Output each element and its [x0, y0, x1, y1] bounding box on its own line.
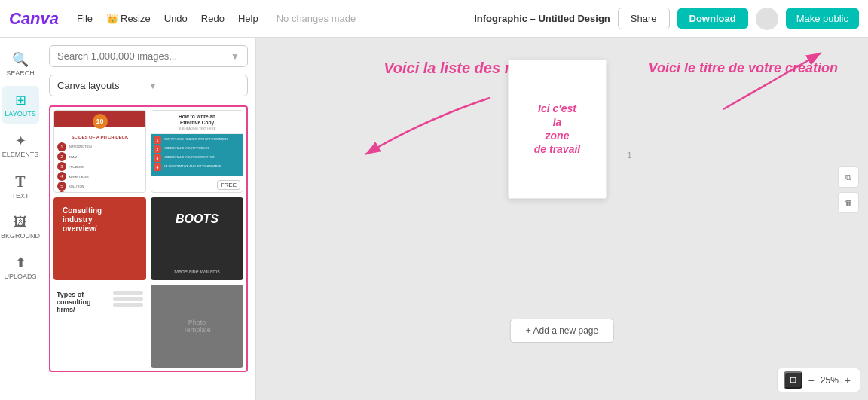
monitor-button[interactable]: ⊞ — [784, 371, 802, 389]
left-panel: ▼ Canva layouts ▼ 10 SLIDES OF A PITCH D… — [41, 38, 256, 400]
dropdown-chevron-icon: ▼ — [148, 81, 240, 91]
canvas-area: Voici la liste des modèles Ici c'est la … — [256, 38, 868, 400]
sidebar-item-background[interactable]: 🖼 BKGROUND — [2, 209, 39, 246]
sidebar-item-elements[interactable]: ✦ ELEMENTS — [2, 127, 39, 164]
sidebar-item-search[interactable]: 🔍 SEARCH — [2, 45, 39, 83]
nav-menu: File 👑 Resize Undo Redo Help — [77, 13, 258, 24]
canva-logo[interactable]: Canva — [9, 9, 59, 29]
search-bar[interactable]: ▼ — [49, 45, 248, 67]
menu-undo[interactable]: Undo — [164, 13, 188, 24]
consulting-title: Consultingindustryoverview/ — [60, 203, 140, 237]
sidebar-label-text: TEXT — [11, 192, 29, 200]
main-area: 🔍 SEARCH ⊞ LAYOUTS ✦ ELEMENTS T TEXT 🖼 B… — [0, 38, 868, 400]
menu-file[interactable]: File — [77, 13, 93, 24]
template-card-3[interactable]: Consultingindustryoverview/ — [53, 197, 146, 280]
template-card-5[interactable]: Types ofconsultingfirms/ — [53, 285, 146, 368]
sidebar-item-uploads[interactable]: ⬆ UPLOADS — [2, 249, 39, 286]
zoom-bar: ⊞ − 25% + — [777, 368, 860, 392]
template-card-6[interactable]: PhotoTemplate — [151, 285, 243, 368]
menu-resize[interactable]: 👑 Resize — [106, 13, 151, 24]
text-icon: T — [15, 173, 25, 191]
crown-icon: 👑 — [106, 13, 118, 24]
canvas-page-wrapper: Ici c'est la zone de travail 1 — [509, 142, 607, 281]
template-card-1[interactable]: 10 SLIDES OF A PITCH DECK 1INTRODUCTION … — [53, 110, 146, 193]
zoom-in-button[interactable]: + — [842, 374, 854, 386]
top-navigation: Canva File 👑 Resize Undo Redo Help No ch… — [0, 0, 868, 38]
download-button[interactable]: Download — [677, 8, 748, 29]
uploads-icon: ⬆ — [15, 255, 26, 271]
sidebar-label-search: SEARCH — [6, 69, 35, 77]
chevron-down-icon: ▼ — [231, 51, 240, 62]
templates-grid: 10 SLIDES OF A PITCH DECK 1INTRODUCTION … — [49, 105, 248, 372]
template-1-title: SLIDES OF A PITCH DECK — [54, 127, 145, 141]
sidebar-label-elements: ELEMENTS — [2, 151, 39, 158]
search-input[interactable] — [57, 50, 231, 62]
avatar[interactable] — [756, 8, 778, 30]
page-number: 1 — [627, 150, 631, 159]
make-public-button[interactable]: Make public — [786, 8, 859, 29]
sidebar-label-layouts: LAYOUTS — [5, 110, 35, 118]
no-changes-status: No changes made — [277, 13, 356, 24]
share-button[interactable]: Share — [618, 8, 670, 29]
layout-dropdown[interactable]: Canva layouts ▼ — [49, 75, 248, 96]
menu-redo[interactable]: Redo — [201, 13, 225, 24]
sidebar-label-background: BKGROUND — [1, 232, 40, 240]
nav-right: Infographic – Untitled Design Share Down… — [474, 8, 859, 30]
trash-tool-button[interactable]: 🗑 — [838, 192, 859, 213]
search-icon: 🔍 — [12, 51, 29, 68]
template-card-2[interactable]: How to Write anEffective Copy SUBHEADING… — [151, 110, 243, 193]
sidebar: 🔍 SEARCH ⊞ LAYOUTS ✦ ELEMENTS T TEXT 🖼 B… — [0, 38, 41, 400]
design-title: Infographic – Untitled Design — [474, 13, 610, 24]
zoom-out-button[interactable]: − — [805, 374, 818, 386]
layout-dropdown-label: Canva layouts — [57, 80, 148, 91]
sidebar-label-uploads: UPLOADS — [5, 273, 37, 280]
right-tools: ⧉ 🗑 — [838, 166, 859, 213]
orange-badge: 10 — [93, 114, 108, 129]
annotation-title: Voici le titre de votre création — [642, 60, 838, 77]
sidebar-item-text[interactable]: T TEXT — [2, 167, 39, 206]
free-badge: FREE — [217, 180, 240, 190]
zoom-level: 25% — [821, 375, 839, 386]
elements-icon: ✦ — [15, 133, 26, 149]
add-page-button[interactable]: + Add a new page — [510, 319, 614, 343]
layouts-icon: ⊞ — [15, 92, 26, 108]
background-icon: 🖼 — [14, 215, 27, 231]
menu-help[interactable]: Help — [238, 13, 258, 24]
canvas-page[interactable]: Ici c'est la zone de travail — [509, 60, 607, 198]
sidebar-item-layouts[interactable]: ⊞ LAYOUTS — [2, 86, 39, 124]
workspace-annotation: Ici c'est la zone de travail — [534, 102, 580, 156]
boots-title: BOOTS — [151, 197, 243, 241]
template-card-4[interactable]: BOOTS Madelaine Williams — [151, 197, 243, 280]
copy-tool-button[interactable]: ⧉ — [838, 166, 859, 188]
